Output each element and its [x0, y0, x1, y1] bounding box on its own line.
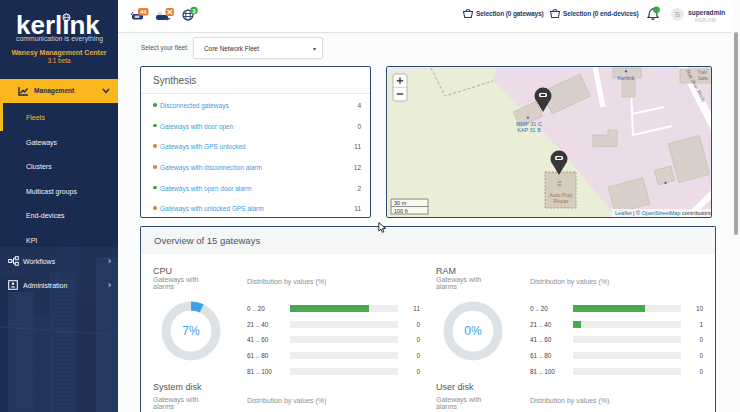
svg-text:30 m: 30 m	[394, 200, 407, 206]
svg-text:Repar: Repar	[554, 198, 569, 204]
svg-text:7%: 7%	[182, 324, 200, 338]
svg-text:KAP 31 B: KAP 31 B	[517, 127, 541, 133]
svg-text:44: 44	[140, 9, 147, 15]
svg-text:Kerlink: Kerlink	[618, 75, 635, 81]
svg-text:Salle: Salle	[698, 76, 709, 81]
svg-text:100 ft: 100 ft	[394, 208, 408, 214]
svg-text:Leaflet | © OpenStreetMap cont: Leaflet | © OpenStreetMap contributors	[615, 210, 711, 216]
svg-text:Trait: Trait	[698, 70, 708, 75]
svg-text:0%: 0%	[464, 324, 482, 338]
